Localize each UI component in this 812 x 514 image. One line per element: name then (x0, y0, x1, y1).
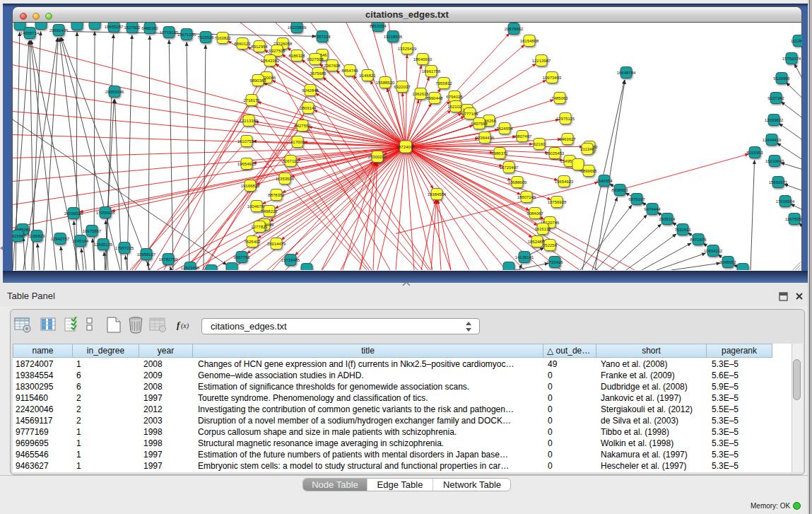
svg-text:2718176: 2718176 (243, 98, 260, 102)
svg-text:62160: 62160 (534, 141, 546, 146)
svg-text:8990448: 8990448 (426, 95, 443, 100)
svg-text:8878352: 8878352 (268, 192, 285, 197)
svg-text:15720407: 15720407 (500, 165, 519, 169)
svg-text:11675354: 11675354 (785, 216, 802, 221)
svg-text:7625402: 7625402 (244, 239, 261, 243)
svg-text:1640954: 1640954 (596, 178, 613, 182)
svg-text:3675685: 3675685 (310, 71, 326, 75)
svg-text:10719185: 10719185 (160, 30, 179, 34)
svg-text:7986372: 7986372 (491, 151, 508, 155)
svg-text:8912954: 8912954 (251, 44, 268, 48)
svg-text:9129966: 9129966 (773, 76, 790, 80)
svg-text:8267110: 8267110 (283, 158, 300, 163)
svg-text:7163822: 7163822 (214, 35, 231, 40)
svg-text:8186328: 8186328 (288, 53, 305, 57)
svg-text:9084067: 9084067 (526, 211, 543, 215)
svg-text:19384554: 19384554 (428, 192, 447, 196)
svg-text:9227342: 9227342 (767, 95, 784, 100)
svg-text:2803144: 2803144 (300, 105, 317, 110)
svg-text:10025453: 10025453 (546, 151, 565, 155)
svg-text:16648784: 16648784 (617, 70, 636, 74)
svg-text:19218506: 19218506 (384, 34, 403, 38)
svg-text:3915967: 3915967 (12, 233, 26, 238)
svg-text:10688609: 10688609 (508, 180, 527, 184)
svg-text:7485063: 7485063 (551, 95, 568, 100)
svg-text:19654923: 19654923 (555, 179, 574, 183)
svg-text:6322037: 6322037 (394, 84, 411, 88)
svg-text:8813054: 8813054 (370, 23, 387, 28)
svg-text:18640910: 18640910 (413, 57, 433, 61)
svg-text:6879197: 6879197 (628, 197, 645, 201)
svg-text:2935114: 2935114 (659, 216, 676, 221)
svg-text:252254: 252254 (543, 243, 558, 247)
svg-text:15716485: 15716485 (281, 257, 300, 262)
svg-text:10671385: 10671385 (177, 32, 196, 36)
svg-text:12213369: 12213369 (240, 118, 259, 122)
svg-text:6899695: 6899695 (580, 168, 597, 173)
svg-text:16782759: 16782759 (159, 257, 178, 261)
svg-text:12213987: 12213987 (532, 58, 551, 62)
svg-text:17016504: 17016504 (776, 199, 795, 203)
svg-text:12505135: 12505135 (94, 242, 113, 246)
svg-text:10543382: 10543382 (261, 58, 280, 62)
svg-text:8427552: 8427552 (294, 123, 311, 127)
svg-text:25300203: 25300203 (368, 154, 387, 158)
svg-text:12942757: 12942757 (51, 236, 70, 240)
svg-text:12093822: 12093822 (765, 117, 784, 122)
svg-text:1527602: 1527602 (124, 25, 141, 29)
svg-text:14055714: 14055714 (20, 30, 40, 35)
svg-text:10655287: 10655287 (105, 24, 124, 28)
svg-text:10654112: 10654112 (704, 248, 723, 252)
svg-text:9327508: 9327508 (307, 57, 324, 61)
svg-text:19166825: 19166825 (241, 183, 260, 187)
svg-text:9146821: 9146821 (359, 73, 376, 77)
svg-text:3624554: 3624554 (496, 126, 513, 130)
svg-text:6794028: 6794028 (446, 94, 463, 98)
svg-text:7515526: 7515526 (197, 35, 214, 39)
svg-text:211346: 211346 (580, 146, 594, 151)
svg-text:9242848: 9242848 (302, 88, 319, 92)
svg-text:10958107: 10958107 (137, 252, 156, 256)
svg-text:10807467: 10807467 (513, 134, 532, 138)
svg-text:10756928: 10756928 (548, 199, 567, 204)
svg-text:16107554: 16107554 (237, 139, 257, 143)
svg-text:20364436: 20364436 (476, 135, 495, 139)
svg-text:10975867: 10975867 (83, 228, 102, 233)
svg-text:9890363: 9890363 (249, 78, 266, 82)
svg-text:13325419: 13325419 (398, 46, 417, 50)
svg-text:(x): (x) (181, 322, 189, 330)
svg-text:7955812: 7955812 (435, 81, 452, 85)
svg-text:11353504: 11353504 (276, 176, 295, 180)
svg-text:20206526: 20206526 (64, 211, 83, 215)
svg-text:16914479: 16914479 (267, 241, 286, 245)
svg-text:1733426: 1733426 (546, 259, 563, 264)
svg-text:1277821: 1277821 (251, 224, 268, 228)
svg-text:18807249: 18807249 (517, 194, 536, 199)
svg-text:17957225: 17957225 (115, 245, 134, 250)
svg-text:1156829: 1156829 (29, 233, 46, 238)
svg-text:16033809: 16033809 (288, 25, 307, 29)
svg-text:1615132: 1615132 (534, 226, 551, 230)
svg-text:9657791: 9657791 (233, 255, 250, 259)
svg-text:9777169: 9777169 (461, 111, 478, 115)
svg-text:18724007: 18724007 (396, 144, 416, 148)
svg-text:20053346: 20053346 (105, 89, 124, 93)
svg-text:6466160: 6466160 (141, 25, 158, 30)
svg-text:9474444: 9474444 (644, 206, 661, 211)
svg-text:16210643: 16210643 (765, 158, 784, 163)
svg-text:16154808: 16154808 (520, 38, 539, 42)
svg-text:8938923: 8938923 (611, 187, 628, 192)
svg-text:15588520: 15588520 (376, 80, 395, 84)
svg-text:7357224: 7357224 (314, 34, 331, 38)
svg-text:15692971: 15692971 (769, 180, 788, 184)
svg-text:2367608: 2367608 (324, 63, 341, 67)
svg-text:9463627: 9463627 (559, 136, 576, 141)
svg-text:8660123: 8660123 (234, 41, 251, 45)
svg-text:16961758: 16961758 (422, 69, 441, 73)
svg-text:6497568: 6497568 (471, 121, 488, 125)
svg-text:1145194: 1145194 (73, 238, 90, 243)
svg-text:8454749: 8454749 (341, 68, 358, 72)
svg-text:12444419: 12444419 (763, 137, 782, 141)
svg-text:19654925: 19654925 (237, 161, 257, 165)
svg-text:3498222: 3498222 (261, 209, 278, 213)
